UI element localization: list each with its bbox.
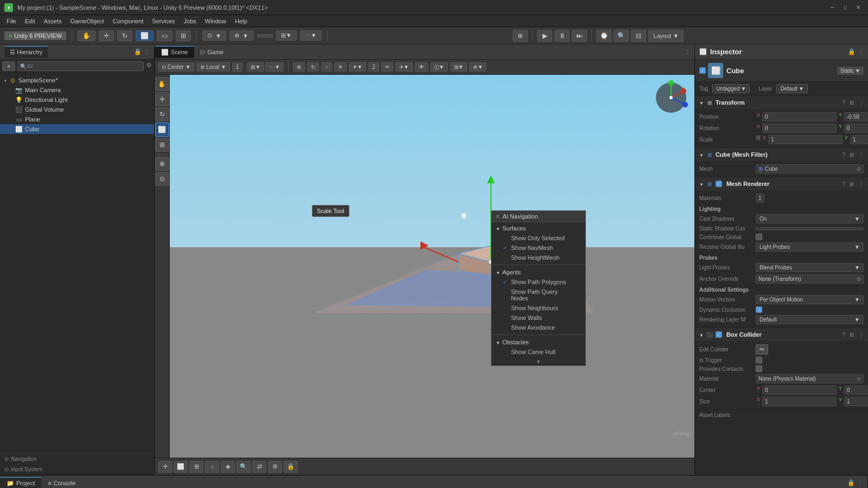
grid-btn[interactable]: ⊞▼ (247, 62, 264, 72)
ai-nav-agents-header[interactable]: Agents (492, 267, 585, 277)
mesh-renderer-help-icon[interactable]: ? (842, 181, 845, 187)
scene-display-btn[interactable]: ⊞▼ (450, 62, 468, 72)
play-button[interactable]: ▶ (537, 30, 552, 42)
menu-window[interactable]: Window (201, 17, 231, 25)
mesh-renderer-enabled[interactable]: ✓ (716, 181, 722, 187)
provides-contacts-checkbox[interactable] (756, 365, 762, 372)
console-tab[interactable]: ≡ Console (41, 478, 82, 489)
scene-viewport[interactable]: X Y Z <Persp ✋ ✛ ↻ (155, 75, 694, 458)
hierarchy-settings-icon[interactable]: ⚙ (146, 61, 152, 71)
scene-scale-btn[interactable]: ⬜ (174, 461, 188, 473)
custom-tool-btn-1[interactable]: ⊕ (155, 157, 169, 171)
transform-help-icon[interactable]: ? (842, 100, 845, 106)
hand-tool-btn[interactable]: ✋ (155, 77, 169, 91)
snap-increment-btn[interactable]: ⋯▼ (300, 30, 322, 41)
mesh-renderer-menu-icon[interactable]: ⋮ (858, 181, 864, 187)
box-collider-enabled[interactable]: ✓ (716, 331, 722, 338)
menu-component[interactable]: Component (108, 17, 148, 25)
mesh-filter-help-icon[interactable]: ? (842, 152, 845, 158)
scene-eye-btn[interactable]: 👁 (415, 62, 428, 72)
size-y-input[interactable] (844, 397, 868, 406)
ai-nav-show-only-selected[interactable]: Show Only Selected (492, 233, 585, 243)
menu-services[interactable]: Services (148, 17, 179, 25)
ai-nav-show-avoidance[interactable]: Show Avoidance (492, 323, 585, 332)
ai-nav-show-heightmesh[interactable]: Show HeightMesh (492, 253, 585, 262)
bottom-menu-icon[interactable]: ⋮ (857, 479, 863, 486)
light-probes-dropdown[interactable]: Blend Probes ▼ (756, 263, 864, 272)
move-tool-btn[interactable]: ✛ (155, 92, 169, 106)
move-tool[interactable]: ✛ (99, 30, 114, 41)
minimize-button[interactable]: ─ (827, 3, 838, 12)
box-collider-menu-icon[interactable]: ⋮ (858, 332, 864, 338)
layout-dropdown[interactable]: Layout ▼ (648, 30, 684, 42)
anchor-target-icon[interactable]: ⊙ (857, 276, 861, 282)
hierarchy-search-input[interactable] (27, 63, 141, 69)
box-collider-header[interactable]: ⬛ ✓ Box Collider ? ⊞ ⋮ (695, 328, 868, 341)
is-trigger-checkbox[interactable] (756, 357, 762, 363)
ai-nav-show-path-query-nodes[interactable]: Show Path Query Nodes (492, 287, 585, 303)
undo-history-btn[interactable]: ⌚ (596, 30, 611, 42)
project-tab[interactable]: 📁 Project (0, 477, 41, 489)
scene-grid-btn[interactable]: ⊞ (189, 461, 203, 473)
transform-edit-icon[interactable]: ⊞ (850, 100, 854, 106)
menu-help[interactable]: Help (231, 17, 252, 25)
hand-tool[interactable]: ✋ (78, 30, 95, 41)
menu-edit[interactable]: Edit (21, 17, 40, 25)
inspector-lock-icon[interactable]: 🔒 (848, 48, 856, 55)
material-target-icon[interactable]: ⊙ (857, 376, 861, 382)
step-button[interactable]: ⏭ (572, 30, 587, 42)
scale-tool[interactable]: ⬜ (136, 30, 154, 41)
snap-btn[interactable]: ⋯▼ (265, 62, 284, 72)
scene-globe-btn[interactable]: ⊕ (293, 62, 305, 72)
cast-shadows-dropdown[interactable]: On ▼ (756, 214, 864, 223)
scene-menu-icon[interactable]: ⋮ (684, 48, 690, 55)
scene-lock-btn[interactable]: 🔒 (284, 461, 298, 473)
transform-header[interactable]: ⊞ Transform ? ⊞ ⋮ (695, 96, 868, 109)
pos-x-input[interactable] (762, 112, 837, 121)
mesh-renderer-header[interactable]: ⊞ ✓ Mesh Renderer ? ⊞ ⋮ (695, 177, 868, 190)
hierarchy-scene-root[interactable]: ⊙ SampleScene* (0, 75, 154, 85)
scene-overlay-btn[interactable]: ⊛▼ (469, 62, 487, 72)
scene-layers-btn[interactable]: ◫▼ (430, 62, 448, 72)
menu-file[interactable]: File (2, 17, 21, 25)
ai-nav-obstacles-header[interactable]: Obstacles (492, 337, 585, 347)
hierarchy-menu-icon[interactable]: ⋮ (144, 48, 150, 55)
mesh-filter-menu-icon[interactable]: ⋮ (858, 152, 864, 158)
ai-nav-show-path-polygons[interactable]: ✓ Show Path Polygons (492, 277, 585, 287)
static-shadow-field[interactable] (756, 227, 864, 230)
rect-tool[interactable]: ▭ (157, 30, 173, 41)
tag-dropdown[interactable]: Untagged ▼ (712, 84, 750, 93)
scale-y-input[interactable] (850, 135, 868, 144)
object-active-checkbox[interactable]: ✓ (699, 67, 706, 74)
snap-value-field[interactable] (257, 34, 273, 37)
dynamic-occlusion-checkbox[interactable]: ✓ (756, 306, 762, 313)
transform-combo-btn[interactable]: ⊞ (155, 138, 169, 152)
ai-nav-show-walls[interactable]: Show Walls (492, 313, 585, 323)
custom-tool-btn-2[interactable]: ⊙ (155, 172, 169, 186)
pivot-btn[interactable]: ⊙ Center ▼ (158, 62, 194, 72)
rotate-tool[interactable]: ↻ (117, 30, 132, 41)
mesh-renderer-edit-icon[interactable]: ⊞ (850, 181, 854, 187)
mesh-filter-header[interactable]: ⊞ Cube (Mesh Filter) ? ⊞ ⋮ (695, 148, 868, 161)
hierarchy-item-main-camera[interactable]: 📷 Main Camera (0, 85, 154, 95)
space-btn[interactable]: ⊛ Local ▼ (196, 62, 229, 72)
scene-search-tool-btn[interactable]: 🔍 (237, 461, 251, 473)
menu-assets[interactable]: Assets (40, 17, 66, 25)
motion-vectors-dropdown[interactable]: Per Object Motion ▼ (756, 295, 864, 304)
box-collider-help-icon[interactable]: ? (842, 332, 845, 338)
inspector-menu-icon[interactable]: ⋮ (858, 48, 864, 55)
hierarchy-item-global-volume[interactable]: ⬛ Global Volume (0, 105, 154, 114)
mesh-target-icon[interactable]: ⊙ (857, 166, 861, 172)
hierarchy-add-btn[interactable]: + (2, 61, 15, 71)
scene-settings-btn[interactable]: ⚙ (268, 461, 282, 473)
scale-x-input[interactable] (768, 135, 843, 144)
game-tab[interactable]: ▷ Game (194, 46, 230, 57)
mesh-filter-edit-icon[interactable]: ⊞ (850, 152, 854, 158)
bottom-lock-icon[interactable]: 🔒 (847, 479, 855, 486)
hierarchy-item-directional-light[interactable]: 💡 Directional Light (0, 95, 154, 105)
scene-move2-btn[interactable]: ⇄ (252, 461, 266, 473)
ai-nav-show-neighbours[interactable]: Show Neighbours (492, 303, 585, 313)
ai-nav-show-navmesh[interactable]: ✓ Show NavMesh (492, 243, 585, 253)
scene-sun-btn[interactable]: ☀ (334, 62, 347, 72)
layer-dropdown[interactable]: Default ▼ (776, 84, 808, 93)
